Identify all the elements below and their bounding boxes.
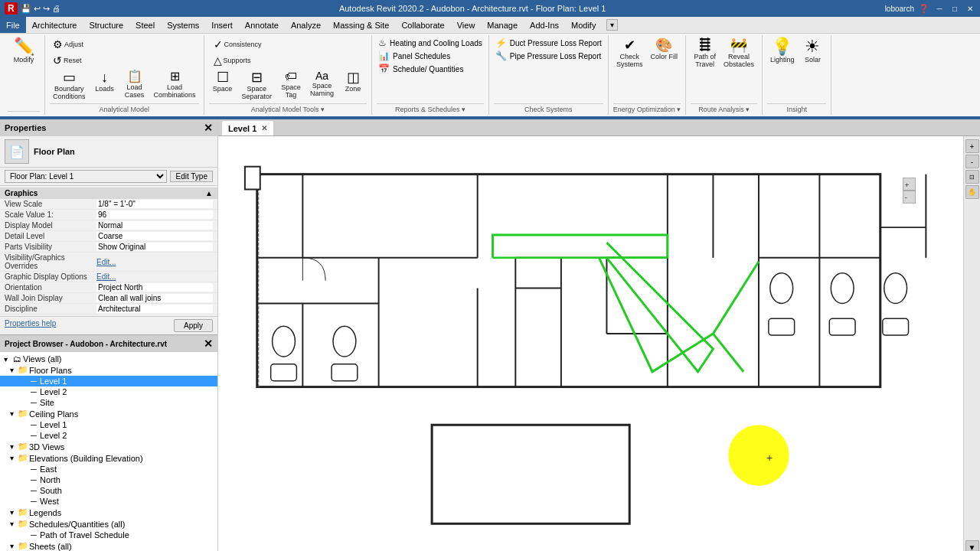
solar-button[interactable]: ☀ Solar [799, 37, 826, 65]
adjust-button[interactable]: ⚙ Adjust [50, 37, 87, 52]
tree-east[interactable]: ─ East [0, 464, 217, 474]
pan-button[interactable]: ✋ [965, 185, 979, 199]
orientation-value: Project North [96, 283, 213, 292]
tree-ceiling-level2[interactable]: ─ Level 2 [0, 430, 217, 441]
tree-path-of-travel[interactable]: ─ Path of Travel Schedule [0, 530, 217, 540]
zoom-out-button[interactable]: - [965, 155, 979, 168]
menu-analyze[interactable]: Analyze [285, 17, 327, 33]
menu-systems[interactable]: Systems [161, 17, 205, 33]
legends-toggle[interactable]: ▾ [6, 508, 17, 517]
scroll-down-button[interactable]: ▼ [965, 540, 979, 551]
schedules-toggle[interactable]: ▾ [6, 520, 17, 528]
reset-button[interactable]: ↺ Reset [50, 53, 85, 68]
tree-legends[interactable]: ▾ 📁 Legends [0, 507, 217, 518]
sheets-toggle[interactable]: ▾ [6, 542, 17, 550]
graphics-section-header[interactable]: Graphics ▲ [0, 187, 217, 199]
tree-sheets[interactable]: ▾ 📁 Sheets (all) [0, 540, 217, 551]
menu-structure[interactable]: Structure [83, 17, 129, 33]
panel-schedules-button[interactable]: 📊 Panel Schedules [377, 50, 452, 62]
zone-button[interactable]: ◫ Zone [339, 69, 367, 94]
property-dropdown[interactable]: Floor Plan: Level 1 [5, 170, 167, 183]
tree-north[interactable]: ─ North [0, 474, 217, 485]
load-combinations-button[interactable]: ⊞ LoadCombinations [151, 69, 199, 100]
reset-label: Reset [64, 57, 82, 64]
space-separator-button[interactable]: ⊟ SpaceSeparator [239, 69, 276, 102]
check-group-label: Check Systems [494, 103, 603, 113]
zoom-in-button[interactable]: + [965, 139, 979, 153]
browser-close-button[interactable]: ✕ [204, 337, 213, 350]
apply-button[interactable]: Apply [174, 319, 213, 332]
vg-edit-link[interactable]: Edit... [96, 258, 116, 266]
tree-level2[interactable]: ─ Level 2 [0, 386, 217, 397]
menu-architecture[interactable]: Architecture [26, 17, 83, 33]
space-tag-button[interactable]: 🏷 SpaceTag [277, 69, 305, 100]
contextual-dropdown[interactable]: ▾ [606, 19, 618, 31]
menu-insert[interactable]: Insert [205, 17, 239, 33]
tree-floor-plans[interactable]: ▾ 📁 Floor Plans [0, 364, 217, 376]
views-toggle[interactable]: ▾ [0, 355, 11, 364]
boundary-conditions-button[interactable]: ▭ BoundaryConditions [50, 69, 89, 102]
maximize-btn[interactable]: □ [949, 3, 960, 14]
space-naming-label: SpaceNaming [310, 82, 334, 97]
reveal-obstacles-button[interactable]: 🚧 RevealObstacles [720, 37, 757, 70]
left-panel: Properties ✕ 📄 Floor Plan Floor Plan: Le… [0, 119, 218, 551]
space-button[interactable]: ☐ Space [209, 69, 237, 94]
tree-ceiling-level1[interactable]: ─ Level 1 [0, 419, 217, 430]
tree-site[interactable]: ─ Site [0, 397, 217, 408]
tree-level1[interactable]: ─ Level 1 [0, 376, 217, 386]
duct-pressure-button[interactable]: ⚡ Duct Pressure Loss Report [494, 37, 603, 49]
space-naming-button[interactable]: Aa SpaceNaming [307, 69, 337, 99]
ceiling-plans-toggle[interactable]: ▾ [6, 409, 17, 418]
edit-type-button[interactable]: Edit Type [170, 171, 213, 182]
modify-group-label [8, 111, 40, 113]
graphic-disp-edit-link[interactable]: Edit... [96, 272, 116, 281]
canvas-area[interactable]: + + - + - ⊡ ✋ ▼ [218, 136, 980, 551]
minimize-btn[interactable]: ─ [934, 3, 945, 14]
lighting-button[interactable]: 💡 Lighting [767, 37, 798, 65]
tree-south[interactable]: ─ South [0, 485, 217, 496]
menu-addins[interactable]: Add-Ins [524, 17, 565, 33]
floor-plans-toggle[interactable]: ▾ [6, 366, 17, 374]
menu-manage[interactable]: Manage [481, 17, 524, 33]
heating-cooling-button[interactable]: ♨ Heating and Cooling Loads [377, 37, 484, 49]
menu-collaborate[interactable]: Collaborate [395, 17, 450, 33]
properties-close-button[interactable]: ✕ [204, 122, 213, 134]
menu-view[interactable]: View [451, 17, 482, 33]
3d-toggle[interactable]: ▾ [6, 442, 17, 451]
menu-file[interactable]: File [0, 17, 26, 33]
tree-elevations[interactable]: ▾ 📁 Elevations (Building Elevation) [0, 452, 217, 464]
svg-point-21 [273, 326, 296, 357]
title-bar: R 💾 ↩ ↪ 🖨 Autodesk Revit 2020.2 - Audobo… [0, 0, 980, 17]
consistency-button[interactable]: ✓ Consistency [209, 37, 266, 52]
graphic-disp-label: Graphic Display Options [5, 272, 96, 281]
menu-steel[interactable]: Steel [129, 17, 161, 33]
load-cases-button[interactable]: 📋 LoadCases [121, 69, 149, 100]
tree-views-all[interactable]: ▾ 🗂 Views (all) [0, 354, 217, 364]
supports-button[interactable]: △ Supports [209, 53, 256, 68]
pipe-pressure-button[interactable]: 🔧 Pipe Pressure Loss Report [494, 50, 603, 62]
color-fill-button[interactable]: 🎨 Color Fill [648, 37, 681, 62]
loads-button[interactable]: ↓ Loads [91, 69, 119, 94]
modify-button[interactable]: ✏️ Modify [8, 37, 40, 65]
site-icon: ─ [28, 398, 40, 407]
help-icon[interactable]: ❓ [919, 4, 929, 14]
tree-west[interactable]: ─ West [0, 496, 217, 507]
path-of-travel-button[interactable]: 🛤 Path ofTravel [691, 37, 719, 70]
properties-help-link[interactable]: Properties help [5, 319, 56, 332]
menu-massing[interactable]: Massing & Site [327, 17, 395, 33]
fit-view-button[interactable]: ⊡ [965, 170, 979, 184]
level1-view-tab[interactable]: Level 1 ✕ [221, 120, 274, 135]
quick-access-toolbar[interactable]: 💾 ↩ ↪ 🖨 [21, 4, 60, 14]
svg-text:+: + [905, 181, 910, 189]
close-btn[interactable]: ✕ [965, 3, 975, 14]
schedule-quantities-button[interactable]: 📅 Schedule/ Quantities [377, 63, 465, 75]
check-systems-button[interactable]: ✔ CheckSystems [613, 37, 646, 70]
tree-3d-views[interactable]: ▾ 📁 3D Views [0, 441, 217, 452]
tree-ceiling-plans[interactable]: ▾ 📁 Ceiling Plans [0, 408, 217, 419]
tab-close-icon[interactable]: ✕ [261, 124, 267, 132]
menu-modify[interactable]: Modify [565, 17, 602, 33]
elevations-toggle[interactable]: ▾ [6, 454, 17, 462]
tree-schedules[interactable]: ▾ 📁 Schedules/Quantities (all) [0, 518, 217, 530]
menu-annotate[interactable]: Annotate [239, 17, 285, 33]
svg-rect-26 [769, 318, 795, 335]
